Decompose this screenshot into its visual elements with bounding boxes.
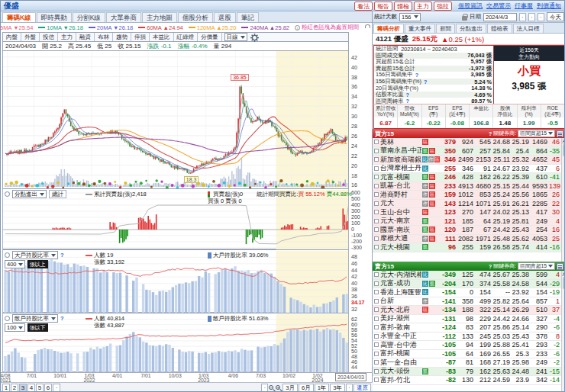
row-checkbox[interactable] (374, 360, 379, 365)
help-icon[interactable]: ? (424, 79, 427, 85)
date-next-button[interactable]: · (528, 13, 535, 21)
major-holders-select[interactable]: 大戶持股比率 (12, 251, 58, 259)
scroll-up-icon[interactable]: ▲ (562, 138, 565, 143)
scrollbar-thumb[interactable] (563, 144, 565, 156)
list-icon[interactable] (557, 130, 563, 137)
candlestick-chart[interactable]: 36.85 18.3 (2, 51, 349, 188)
help-icon[interactable]: ? (489, 264, 492, 269)
tab-籌碼分析[interactable]: 籌碼分析 (373, 24, 404, 33)
row-checkbox[interactable] (374, 166, 379, 171)
row-checkbox[interactable] (374, 227, 379, 232)
scroll-right-button[interactable]: · (346, 384, 353, 392)
overlay-toggle-本益比[interactable]: 本益比 (150, 33, 174, 41)
row-checkbox[interactable] (374, 192, 379, 197)
date-calendar-button[interactable]: · (538, 13, 544, 21)
table-scrollbar[interactable]: ▲ (561, 138, 565, 262)
table-row[interactable]: 元大-桃園凱9625515926.5825.74414-16 (373, 243, 565, 252)
row-checkbox[interactable] (374, 210, 379, 214)
total-button[interactable]: 總計 (49, 190, 66, 198)
range-button-3年[interactable]: 3年 (330, 384, 345, 392)
page-button-2[interactable]: 2 (11, 384, 18, 392)
panel-settings-icon[interactable] (5, 191, 10, 197)
tab-新聞[interactable]: 新聞 (436, 24, 455, 33)
row-checkbox[interactable] (374, 201, 379, 206)
overlay-toggle-停損[interactable]: 停損 (131, 33, 150, 41)
range-button-6月[interactable]: 6月 (299, 384, 314, 392)
tab-分割K線[interactable]: 分割K線 (73, 12, 105, 22)
titlebar-link-到價通知[interactable]: 到價通知 (537, 2, 561, 10)
help-icon[interactable]: ? (60, 315, 64, 322)
row-checkbox[interactable] (374, 290, 379, 294)
table-scrollbar[interactable]: ▲ (561, 271, 565, 392)
period-select[interactable]: 日線 (224, 33, 247, 41)
titlebar-button-主力[interactable]: 主力 (414, 2, 432, 11)
scroll-up-icon[interactable]: ▲ (562, 271, 565, 276)
row-checkbox[interactable] (374, 281, 379, 286)
row-checkbox[interactable] (374, 157, 379, 162)
gear-icon[interactable] (250, 34, 259, 42)
scrollbar-thumb[interactable] (563, 277, 565, 289)
scroll-left-button[interactable]: · (261, 384, 268, 392)
titlebar-link-交易警示[interactable]: 交易警示 (486, 2, 511, 10)
overlay-toggle-主力[interactable]: 主力 (58, 33, 76, 41)
retail-holders-panel[interactable]: 散戶持股比率 ? 100 張以下 人數 40,814 張數 43,887 散戶持… (2, 313, 349, 372)
lock-icon[interactable] (462, 16, 467, 21)
titlebar-link-行事曆[interactable]: 行事曆 (515, 2, 533, 10)
page-button-5[interactable]: 5 (36, 384, 44, 392)
overlay-toggle-布林[interactable]: 布林 (95, 33, 113, 41)
page-button-·[interactable]: · (53, 384, 60, 392)
panel-settings-icon[interactable] (5, 252, 10, 258)
help-icon[interactable]: ? (60, 252, 64, 259)
branch-flow-select[interactable]: 分點進出 (12, 190, 47, 198)
page-button-3[interactable]: 3 (19, 384, 27, 392)
date-input[interactable]: 2024/4/3 (483, 13, 517, 21)
table-row[interactable]: 富邦-竹北-8213021224.5923.9342-14 (373, 376, 565, 385)
list-icon[interactable] (557, 263, 563, 270)
titlebar-link-個股資訊[interactable]: 個股資訊 (458, 2, 483, 10)
row-checkbox[interactable] (374, 325, 379, 329)
row-checkbox[interactable] (374, 140, 379, 144)
row-checkbox[interactable] (374, 342, 379, 347)
sell-key-select[interactable]: 區間賣超15 (518, 262, 555, 270)
panel-settings-icon[interactable] (5, 316, 10, 321)
tab-法人目標[interactable]: 法人目標 (513, 24, 544, 33)
row-checkbox[interactable] (374, 175, 379, 179)
titlebar-button-報告[interactable]: 報告 (374, 2, 392, 11)
threshold-input[interactable]: 100 (5, 323, 25, 332)
tab-分點進出[interactable]: 分點進出 (456, 24, 486, 33)
tab-體檢表[interactable]: 體檢表 (487, 24, 512, 33)
tab-選股[interactable]: 選股 (214, 12, 236, 22)
row-checkbox[interactable] (374, 307, 379, 312)
today-button[interactable]: 今天 (547, 12, 564, 21)
row-checkbox[interactable] (374, 219, 379, 223)
range-button-1年[interactable]: 1年 (315, 384, 330, 392)
titlebar-button-體檢[interactable]: 體檢 (394, 2, 412, 11)
row-checkbox[interactable] (374, 299, 379, 304)
page-button-6[interactable]: 6 (44, 384, 52, 392)
overlay-toggle-紅綠燈[interactable]: 紅綠燈 (174, 33, 199, 41)
overlay-toggle-內盤[interactable]: 內盤 (3, 33, 21, 41)
page-button-1[interactable]: 1 (2, 384, 10, 392)
restore-button[interactable]: 還原 (354, 384, 371, 392)
row-checkbox[interactable] (374, 236, 379, 241)
overlay-toggle-融資[interactable]: 融資 (76, 33, 95, 41)
major-holders-panel[interactable]: 大戶持股比率 ? 400 張以上 人數 19 張數 33,192 大戶持股比率 … (2, 249, 349, 313)
tab-個股分析[interactable]: 個股分析 (178, 12, 213, 22)
titlebar-button-強拉[interactable]: 強拉 (434, 2, 452, 11)
date-prev-button[interactable]: · (519, 13, 526, 21)
row-checkbox[interactable] (374, 378, 379, 382)
overlay-toggle-外盤[interactable]: 外盤 (21, 33, 40, 41)
overlay-toggle-分價量[interactable]: 分價量 (198, 33, 222, 41)
tab-籌碼K線[interactable]: 籌碼K線 (2, 12, 36, 22)
titlebar-button-看法[interactable]: 看法 (354, 2, 373, 11)
row-checkbox[interactable] (374, 184, 379, 188)
row-checkbox[interactable] (374, 369, 379, 374)
row-checkbox[interactable] (374, 316, 379, 321)
zoom-out-icon[interactable]: − (269, 385, 275, 391)
threshold-input[interactable]: 400 (5, 260, 25, 268)
row-checkbox[interactable] (374, 245, 379, 249)
help-icon[interactable]: ? (489, 131, 492, 137)
tab-筆記[interactable]: 筆記 (237, 12, 259, 22)
retail-holders-select[interactable]: 散戶持股比率 (12, 314, 58, 323)
row-checkbox[interactable] (374, 272, 379, 277)
